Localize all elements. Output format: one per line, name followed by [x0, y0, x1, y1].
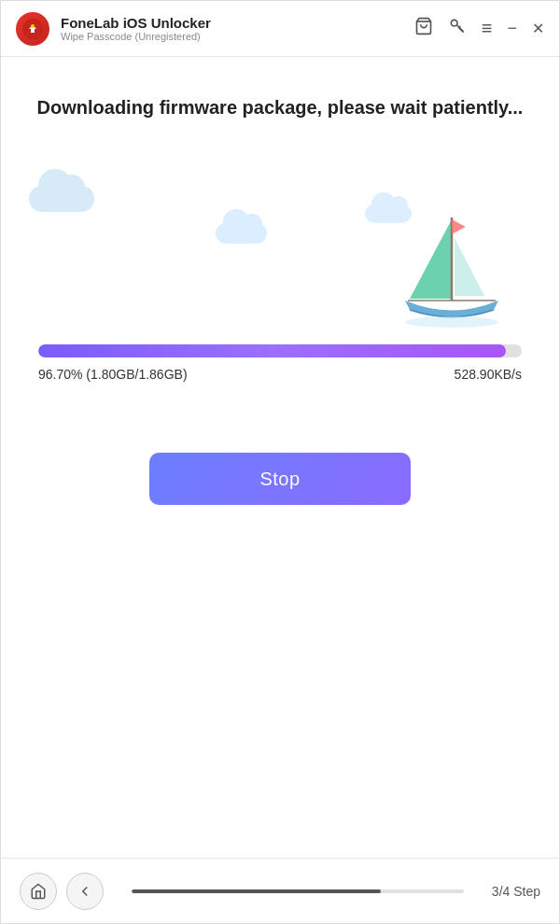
app-subtitle: Wipe Passcode (Unregistered) [61, 31, 211, 42]
stop-button[interactable]: Stop [149, 453, 411, 505]
svg-point-6 [405, 316, 498, 328]
cart-icon[interactable] [414, 17, 433, 40]
sailboat-illustration [400, 210, 503, 335]
progress-bar-fill [38, 344, 506, 357]
app-icon [16, 12, 49, 46]
step-label: 3/4 Step [492, 884, 540, 899]
title-bar: FoneLab iOS Unlocker Wipe Passcode (Unre… [1, 1, 559, 57]
progress-section: 96.70% (1.80GB/1.86GB) 528.90KB/s [29, 344, 531, 382]
close-icon[interactable]: ✕ [532, 20, 544, 37]
main-content: Downloading firmware package, please wai… [1, 57, 559, 524]
svg-point-1 [31, 24, 35, 28]
progress-bar-container [38, 344, 522, 357]
app-title: FoneLab iOS Unlocker [61, 15, 211, 31]
status-title: Downloading firmware package, please wai… [37, 94, 524, 120]
menu-icon[interactable]: ≡ [482, 18, 493, 39]
progress-speed: 528.90KB/s [455, 367, 522, 382]
illustration-area [29, 148, 531, 335]
key-icon[interactable] [448, 17, 467, 40]
cloud-1 [29, 186, 94, 212]
minimize-icon[interactable]: − [507, 19, 517, 38]
step-track [132, 889, 464, 893]
progress-info: 96.70% (1.80GB/1.86GB) 528.90KB/s [38, 367, 522, 382]
step-progress [132, 889, 464, 893]
cloud-2 [216, 223, 267, 244]
svg-point-3 [451, 20, 457, 26]
title-bar-right: ≡ − ✕ [414, 17, 544, 40]
home-button[interactable] [20, 873, 57, 910]
bottom-bar: 3/4 Step [1, 858, 559, 923]
step-fill [132, 889, 381, 893]
progress-percent: 96.70% (1.80GB/1.86GB) [38, 367, 188, 382]
back-button[interactable] [66, 873, 104, 910]
title-bar-left: FoneLab iOS Unlocker Wipe Passcode (Unre… [16, 12, 211, 46]
app-title-group: FoneLab iOS Unlocker Wipe Passcode (Unre… [61, 15, 211, 42]
